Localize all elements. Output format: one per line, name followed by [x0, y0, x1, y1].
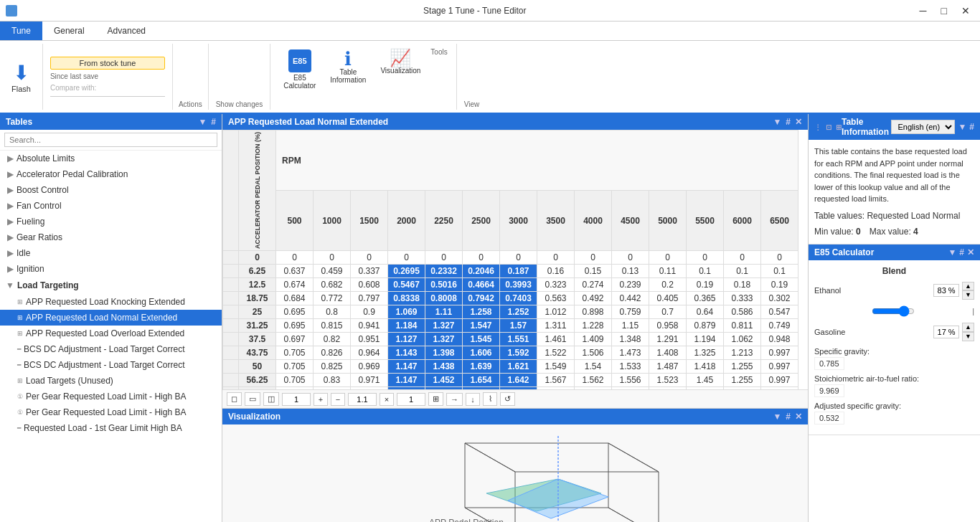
plus-btn[interactable]: + — [314, 393, 328, 406]
table-cell[interactable]: 1.551 — [500, 333, 537, 346]
table-cell[interactable]: 0.7403 — [500, 292, 537, 305]
table-cell[interactable]: 1.311 — [537, 319, 575, 333]
table-cell[interactable]: 0.951 — [351, 333, 388, 346]
select-all-btn[interactable]: ◻ — [227, 392, 242, 406]
table-cell[interactable]: 0.749 — [761, 319, 798, 333]
table-cell[interactable]: 0.825 — [314, 360, 351, 374]
table-cell[interactable]: 0.958 — [649, 319, 687, 333]
gasoline-down-btn[interactable]: ▼ — [962, 332, 974, 341]
table-cell[interactable]: 0.8 — [314, 305, 351, 319]
dock-info-icon[interactable]: # — [969, 122, 974, 132]
table-cell[interactable]: 1.577 — [537, 387, 575, 389]
pin-e85-icon[interactable]: ▼ — [948, 247, 956, 257]
dock-icon[interactable]: # — [786, 117, 791, 127]
table-cell[interactable]: 0.5467 — [388, 278, 425, 292]
table-cell[interactable]: 0.705 — [276, 374, 314, 387]
minimize-button[interactable]: ─ — [915, 4, 931, 18]
table-cell[interactable]: 1.327 — [425, 319, 463, 333]
gasoline-up-btn[interactable]: ▲ — [962, 323, 974, 332]
table-cell[interactable]: 0.302 — [761, 292, 798, 305]
table-cell[interactable]: 0.695 — [276, 305, 314, 319]
table-cell[interactable]: 0.682 — [314, 278, 351, 292]
table-cell[interactable]: 1.348 — [612, 333, 649, 346]
tree-item-bcs2[interactable]: ━ BCS DC Adjustment - Load Target Correc… — [0, 357, 222, 373]
table-cell[interactable]: 1.069 — [388, 305, 425, 319]
select-rect-btn[interactable]: ▭ — [245, 392, 260, 406]
table-cell[interactable]: 1.252 — [500, 305, 537, 319]
table-cell[interactable]: 1.655 — [463, 387, 500, 389]
table-cell[interactable]: 1.575 — [575, 387, 612, 389]
table-cell[interactable]: 0.19 — [687, 278, 724, 292]
table-cell[interactable]: 0.83 — [314, 374, 351, 387]
table-cell[interactable]: 0 — [463, 251, 500, 265]
table-cell[interactable]: 0.333 — [724, 292, 761, 305]
tree-item-gear-ratios[interactable]: ▶ Gear Ratios — [0, 229, 222, 245]
table-cell[interactable]: 1.656 — [500, 387, 537, 389]
table-cell[interactable]: 0 — [724, 251, 761, 265]
tree-item-load-targeting[interactable]: ▼ Load Targeting — [0, 277, 222, 294]
table-cell[interactable]: 0.997 — [761, 346, 798, 360]
table-cell[interactable]: 0.19 — [761, 278, 798, 292]
tree-item-app-knocking[interactable]: ⊞ APP Requested Load Knocking Extended — [0, 294, 222, 310]
table-cell[interactable]: 0.2 — [649, 278, 687, 292]
e85-calculator-button[interactable]: E85 E85Calculator — [276, 47, 323, 92]
table-cell[interactable]: 0.323 — [537, 278, 575, 292]
table-cell[interactable]: 0 — [500, 251, 537, 265]
table-cell[interactable]: 1.127 — [388, 333, 425, 346]
table-cell[interactable]: 0.2695 — [388, 265, 425, 278]
table-cell[interactable]: 1.654 — [463, 374, 500, 387]
ethanol-up-btn[interactable]: ▲ — [962, 282, 974, 291]
table-cell[interactable]: 0 — [276, 251, 314, 265]
table-cell[interactable]: 0.1 — [724, 265, 761, 278]
table-cell[interactable]: 0 — [687, 251, 724, 265]
table-cell[interactable]: 0.274 — [575, 278, 612, 292]
pin-icon[interactable]: ▼ — [773, 117, 781, 127]
table-cell[interactable]: 1.45 — [687, 374, 724, 387]
table-cell[interactable]: 1.228 — [575, 319, 612, 333]
table-cell[interactable]: 0.608 — [351, 278, 388, 292]
table-cell[interactable]: 0.563 — [537, 292, 575, 305]
table-cell[interactable]: 0.811 — [724, 319, 761, 333]
tree-item-load-targets[interactable]: ⊞ Load Targets (Unused) — [0, 373, 222, 389]
table-cell[interactable]: 0.8008 — [425, 292, 463, 305]
table-cell[interactable]: 0.365 — [687, 292, 724, 305]
table-cell[interactable]: 0.705 — [276, 346, 314, 360]
table-cell[interactable]: 1.567 — [537, 374, 575, 387]
table-cell[interactable]: 0.187 — [500, 265, 537, 278]
table-cell[interactable]: 1.327 — [425, 333, 463, 346]
table-cell[interactable]: 1.147 — [388, 387, 425, 389]
table-cell[interactable]: 1.15 — [612, 319, 649, 333]
table-cell[interactable]: 1.325 — [687, 346, 724, 360]
table-cell[interactable]: 1.213 — [724, 346, 761, 360]
table-cell[interactable]: 1.533 — [612, 360, 649, 374]
from-stock-button[interactable]: From stock tune — [50, 57, 165, 70]
table-cell[interactable]: 0.971 — [351, 374, 388, 387]
table-cell[interactable]: 1.549 — [537, 360, 575, 374]
pin-panel-icon[interactable]: ▼ — [198, 117, 207, 127]
table-cell[interactable]: 1.57 — [500, 319, 537, 333]
close-e85-icon[interactable]: ✕ — [967, 247, 974, 257]
table-cell[interactable]: 1.408 — [649, 346, 687, 360]
tree-item-absolute-limits[interactable]: ▶ Absolute Limits — [0, 151, 222, 166]
table-cell[interactable]: 1.258 — [463, 305, 500, 319]
table-cell[interactable]: 0.997 — [761, 360, 798, 374]
multiply-btn[interactable]: × — [380, 393, 394, 406]
tree-item-boost-control[interactable]: ▶ Boost Control — [0, 182, 222, 198]
tree-item-fueling[interactable]: ▶ Fueling — [0, 214, 222, 229]
interpolate-btn[interactable]: ⌇ — [483, 392, 497, 406]
table-cell[interactable]: 0.997 — [761, 374, 798, 387]
table-cell[interactable]: 0.695 — [276, 319, 314, 333]
table-cell[interactable]: 0.405 — [649, 292, 687, 305]
table-cell[interactable]: 0.826 — [314, 346, 351, 360]
table-cell[interactable]: 1.452 — [425, 374, 463, 387]
table-cell[interactable]: 1.545 — [463, 333, 500, 346]
close-viz-icon[interactable]: ✕ — [795, 412, 802, 422]
table-cell[interactable]: 1.147 — [388, 360, 425, 374]
table-cell[interactable]: 1.438 — [425, 360, 463, 374]
pin-info-icon[interactable]: ▼ — [958, 122, 966, 132]
table-cell[interactable]: 0.492 — [575, 292, 612, 305]
table-cell[interactable]: 1.255 — [724, 360, 761, 374]
close-button[interactable]: ✕ — [957, 4, 974, 18]
pin-btn[interactable]: ◫ — [263, 392, 279, 406]
table-cell[interactable]: 1.143 — [388, 346, 425, 360]
